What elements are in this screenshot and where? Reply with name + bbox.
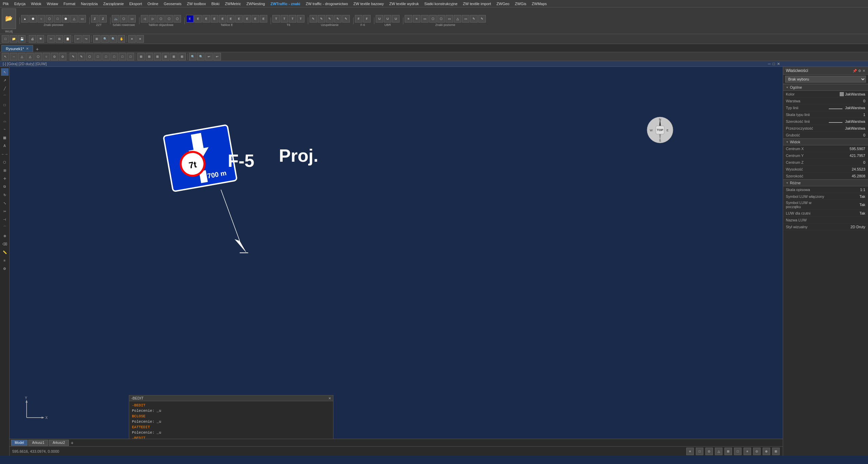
status-btn-4[interactable]: △ [715,448,722,455]
section-ogolne[interactable]: ▼ Ogólne [783,84,868,91]
menu-textile-wydruk[interactable]: ZW textile wydruk [387,1,422,6]
btn-znaki-3[interactable]: ○ [38,15,45,23]
command-close-btn[interactable]: ✕ [328,396,331,400]
btn-uzup-3[interactable]: ✎ [326,15,333,23]
icon-tb-1[interactable]: ↖ [2,53,9,60]
btn-zp-4[interactable]: ⬡ [429,15,437,23]
redo-btn[interactable]: ↪ [83,35,90,43]
canvas-area[interactable]: 7t 700 m F-5 Proj. [10,67,783,456]
btn-znaki-1[interactable]: ▲ [21,15,29,23]
new-btn[interactable]: □ [2,35,9,43]
menu-plik[interactable]: Plik [0,1,12,6]
menu-textile-bazowy[interactable]: ZW textile bazowy [351,1,387,6]
icon-tb-18[interactable]: ⊞ [146,53,153,60]
rp-icon-close[interactable]: ✕ [863,69,865,73]
section-rozne[interactable]: ▼ Różne [783,179,868,186]
btn-tobj-4[interactable]: ⬡ [165,15,173,23]
tool-block[interactable]: ⬡ [1,158,9,166]
btn-zzt-2[interactable]: Z [99,15,107,23]
btn-te-9[interactable]: E [252,15,259,23]
btn-tobj-3[interactable]: ⬡ [157,15,165,23]
btn-zzt-1[interactable]: Z [91,15,99,23]
menu-bloki[interactable]: Bloki [209,1,222,6]
tool-layer[interactable]: ≡ [1,257,9,264]
tool-erase[interactable]: ⌫ [1,240,9,248]
copy-btn[interactable]: ⧉ [56,35,63,43]
open-btn[interactable]: 📁 [10,35,17,43]
btn-ubr-3[interactable]: U [392,15,400,23]
menu-zwtraffic-znaki[interactable]: ZWTraffic - znaki [268,1,303,6]
status-btn-10[interactable]: ⊞ [772,448,780,455]
cut-btn[interactable]: ✂ [47,35,55,43]
zoom-in-btn[interactable]: 🔍 [101,35,109,43]
menu-siatki[interactable]: Siatki konstrukcyjne [422,1,460,6]
btn-tobj-2[interactable]: ▷ [149,15,156,23]
tool-rotate[interactable]: ↻ [1,191,9,199]
btn-zp-9[interactable]: ✎ [470,15,478,23]
icon-tb-26[interactable]: ↩ [213,53,221,60]
tool-polyline[interactable]: ⌒ [1,93,9,100]
tab-add-btn[interactable]: + [34,46,41,52]
icon-tb-6[interactable]: ○ [43,53,50,60]
icon-tb-10[interactable]: ✎ [78,53,85,60]
btn-szlaki-2[interactable]: ⬡ [120,15,128,23]
zoom-out-btn[interactable]: 🔍 [109,35,117,43]
btn-szlaki-1[interactable]: 🚲 [112,15,119,23]
icon-tb-4[interactable]: △ [26,53,34,60]
tool-circle[interactable]: ○ [1,109,9,117]
btn-zp-8[interactable]: ▭ [462,15,469,23]
btn-znaki-7[interactable]: △ [70,15,78,23]
tab-arkusz1[interactable]: Arkusz1 [28,440,48,446]
tool-trim[interactable]: ✂ [1,207,9,215]
btn-uzup-2[interactable]: ✎ [318,15,325,23]
icon-tb-5[interactable]: ⬡ [34,53,42,60]
btn-te-1[interactable]: E [186,15,194,23]
menu-zwmetric[interactable]: ZWMetric [222,1,244,6]
btn-te-5[interactable]: E [219,15,226,23]
menu-geoserwis[interactable]: Geoserwis [161,1,184,6]
icon-tb-23[interactable]: 🔍 [189,53,196,60]
btn-te-8[interactable]: E [243,15,251,23]
btn-te-2[interactable]: E [194,15,202,23]
tab-close-btn[interactable]: ✕ [26,47,29,50]
btn-szlaki-3[interactable]: ▭ [128,15,136,23]
btn-zp-7[interactable]: △ [454,15,461,23]
icon-tb-22[interactable]: ⊞ [178,53,186,60]
tool-fillet[interactable]: ⌒ [1,224,9,231]
icon-tb-19[interactable]: ⊞ [154,53,161,60]
btn-t6-2[interactable]: T [281,15,288,23]
status-btn-9[interactable]: ⊕ [763,448,770,455]
layer-btn[interactable]: ≡ [128,35,136,43]
window-maximize[interactable]: □ [773,62,775,66]
menu-zwgis[interactable]: ZWGis [512,1,529,6]
icon-tb-14[interactable]: □ [110,53,118,60]
tab-add-bottom[interactable]: + [70,440,75,446]
icon-tb-8[interactable]: ⊙ [59,53,66,60]
tool-arc[interactable]: ⌓ [1,117,9,125]
icon-tb-20[interactable]: ⊞ [162,53,169,60]
window-minimize[interactable]: ─ [768,62,771,66]
object-selector[interactable]: Brak wyboru [785,76,866,83]
tool-explode[interactable]: ⊕ [1,232,9,240]
btn-te-6[interactable]: E [227,15,235,23]
menu-edycja[interactable]: Edycja [12,1,28,6]
menu-format[interactable]: Format [61,1,78,6]
undo-btn[interactable]: ↩ [74,35,82,43]
btn-ubr-2[interactable]: U [384,15,391,23]
btn-zp-1[interactable]: ≡ [405,15,412,23]
icon-tb-2[interactable]: → [10,53,17,60]
btn-zp-6[interactable]: ▭ [446,15,453,23]
tool-measure[interactable]: 📏 [1,248,9,256]
tool-scale[interactable]: ⤡ [1,199,9,207]
status-btn-3[interactable]: ⊙ [705,448,713,455]
print-btn[interactable]: 🖨 [29,35,36,43]
menu-online[interactable]: Online [145,1,161,6]
window-close[interactable]: ✕ [777,62,780,66]
icon-tb-17[interactable]: ⊞ [137,53,145,60]
btn-znaki-8[interactable]: ▭ [78,15,86,23]
preview-btn[interactable]: 👁 [37,35,44,43]
menu-eksport[interactable]: Eksport [126,1,145,6]
btn-znaki-5[interactable]: □ [54,15,61,23]
tool-move[interactable]: ✛ [1,175,9,182]
btn-f6-2[interactable]: F [363,15,371,23]
